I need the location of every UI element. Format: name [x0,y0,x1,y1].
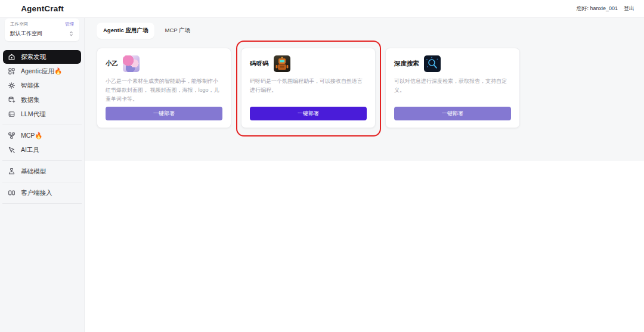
tab-mcp-marketplace[interactable]: MCP 广场 [158,23,197,39]
sidebar-item-label: 数据集 [21,96,40,104]
sidebar-item-label: LLM代理 [21,110,45,119]
tab-bar: Agentic 应用广场 MCP 广场 [97,23,633,39]
top-header: AgentCraft 您好: hanxie_001 登出 [0,0,644,18]
home-icon [8,53,16,61]
tab-agentic-marketplace[interactable]: Agentic 应用广场 [97,23,154,39]
ai-tools-cursor-icon [8,146,16,154]
base-model-icon [8,167,16,175]
workspace-select[interactable]: 默认工作空间 [10,30,74,38]
agent-gear-icon [8,82,16,89]
sidebar-item-agentic-apps[interactable]: Agentic应用🔥 [3,64,81,78]
app-card-mayama-wrap: 码呀码 [241,48,376,128]
deploy-button[interactable]: 一键部署 [394,107,511,120]
xiaoyi-anime-avatar [123,55,140,72]
app-card-mayama: 码呀码 [241,48,376,128]
user-area: 您好: hanxie_001 登出 [576,5,644,13]
card-title: 小乙 [106,60,118,68]
logout-link[interactable]: 登出 [624,5,634,13]
sidebar-item-label: 基础模型 [21,167,46,176]
llm-proxy-server-icon [8,110,16,118]
sidebar-item-llm-proxy[interactable]: LLM代理 [3,107,81,121]
deploy-button[interactable]: 一键部署 [106,107,222,120]
app-card-deep-search-wrap: 深度搜索 可以对信息进行深度检 [385,48,520,128]
sidebar-item-label: 智能体 [21,82,40,90]
workspace-manage-link[interactable]: 管理 [65,21,74,27]
app-logo: AgentCraft [0,4,85,13]
app-card-xiaoyi-wrap: 小乙 小乙是一个素材生成类的智能助手，能够制作小红书爆款封面图， 视频封面图，海… [97,48,231,128]
mayama-robot-avatar [274,55,290,72]
deploy-button[interactable]: 一键部署 [250,107,367,120]
card-description: 码呀码是一个氛围编程助手，可以接收自然语言进行编程。 [250,77,367,95]
card-title: 深度搜索 [394,60,419,68]
sidebar-item-base-models[interactable]: 基础模型 [3,165,81,178]
sidebar-item-label: 客户端接入 [21,189,52,197]
app-card-deep-search: 深度搜索 可以对信息进行深度检 [385,48,520,128]
sidebar-item-datasets[interactable]: 数据集 [3,93,81,107]
app-root: AgentCraft 您好: hanxie_001 登出 工作空间 管理 默认工… [0,0,644,332]
sidebar-item-agents[interactable]: 智能体 [3,79,81,92]
updown-chevron-icon [69,30,74,37]
menu-divider [2,203,82,204]
marketplace-panel: Agentic 应用广场 MCP 广场 小乙 小乙是一个素材生成类的智能助手，能… [85,18,644,161]
sidebar-menu: 探索发现 Agentic应用🔥 [0,50,84,204]
user-greeting: 您好: hanxie_001 [576,5,618,13]
menu-divider [2,160,82,161]
dataset-database-icon [8,96,16,104]
sidebar: 工作空间 管理 默认工作空间 [0,18,85,332]
main-content: Agentic 应用广场 MCP 广场 小乙 小乙是一个素材生成类的智能助手，能… [85,18,644,332]
card-title: 码呀码 [250,60,269,68]
menu-divider [2,125,82,125]
sidebar-item-ai-tools[interactable]: AI工具 [3,143,81,157]
card-description: 可以对信息进行深度检索，获取报告，支持自定义。 [394,77,511,95]
client-access-icon [8,189,16,197]
sidebar-item-label: AI工具 [21,146,39,154]
mcp-nodes-icon [8,132,16,139]
card-description: 小乙是一个素材生成类的智能助手，能够制作小红书爆款封面图， 视频封面图，海报，l… [106,77,222,104]
app-card-xiaoyi: 小乙 小乙是一个素材生成类的智能助手，能够制作小红书爆款封面图， 视频封面图，海… [97,48,231,128]
sidebar-item-label: 探索发现 [21,53,46,61]
app-cards-row: 小乙 小乙是一个素材生成类的智能助手，能够制作小红书爆款封面图， 视频封面图，海… [97,48,633,128]
menu-divider [2,182,82,182]
shell: 工作空间 管理 默认工作空间 [0,18,644,332]
workspace-card: 工作空间 管理 默认工作空间 [5,18,79,41]
sidebar-item-explore[interactable]: 探索发现 [3,50,81,64]
workspace-selected-value: 默认工作空间 [10,30,42,38]
workspace-label: 工作空间 [10,21,28,27]
apps-grid-icon [8,67,16,75]
sidebar-item-client-access[interactable]: 客户端接入 [3,186,81,200]
sidebar-item-label: Agentic应用🔥 [21,67,62,76]
sidebar-item-label: MCP🔥 [21,132,42,139]
deep-search-avatar [424,55,441,72]
sidebar-item-mcp[interactable]: MCP🔥 [3,129,81,142]
